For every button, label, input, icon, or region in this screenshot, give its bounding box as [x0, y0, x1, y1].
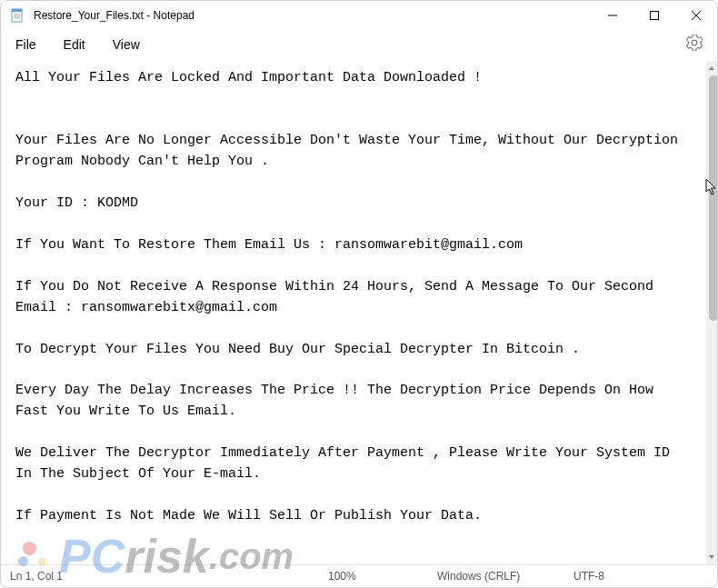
minimize-button[interactable]: [592, 1, 633, 29]
menu-view[interactable]: View: [113, 37, 140, 52]
window-title: Restore_Your_Files.txt - Notepad: [34, 9, 592, 22]
close-button[interactable]: [675, 1, 717, 29]
settings-button[interactable]: [686, 35, 703, 55]
menu-edit[interactable]: Edit: [64, 37, 85, 52]
notepad-window: Restore_Your_Files.txt - Notepad File Ed…: [0, 0, 718, 588]
vertical-scrollbar[interactable]: [706, 61, 717, 564]
chevron-down-icon: [708, 553, 715, 561]
maximize-button[interactable]: [633, 1, 675, 29]
maximize-icon: [650, 11, 659, 20]
svg-rect-1: [12, 9, 22, 12]
gear-icon: [686, 35, 703, 51]
title-bar: Restore_Your_Files.txt - Notepad: [1, 1, 717, 29]
svg-rect-6: [651, 11, 659, 19]
status-bar: Ln 1, Col 1 100% Windows (CRLF) UTF-8: [1, 564, 717, 587]
close-icon: [692, 11, 701, 20]
scrollbar-thumb[interactable]: [709, 75, 717, 321]
window-controls: [592, 1, 717, 29]
scroll-down-button[interactable]: [706, 550, 717, 564]
status-line-ending: Windows (CRLF): [437, 570, 573, 583]
status-zoom: 100%: [328, 570, 437, 583]
content-area: All Your Files Are Locked And Important …: [1, 61, 717, 564]
notepad-icon: [10, 8, 25, 23]
status-encoding: UTF-8: [573, 570, 655, 583]
menu-bar: File Edit View: [1, 29, 717, 61]
scroll-up-button[interactable]: [706, 61, 717, 75]
text-editor[interactable]: All Your Files Are Locked And Important …: [1, 61, 706, 564]
chevron-up-icon: [708, 65, 715, 72]
menu-file[interactable]: File: [15, 37, 36, 52]
minimize-icon: [608, 11, 617, 20]
status-cursor-position: Ln 1, Col 1: [10, 570, 328, 583]
